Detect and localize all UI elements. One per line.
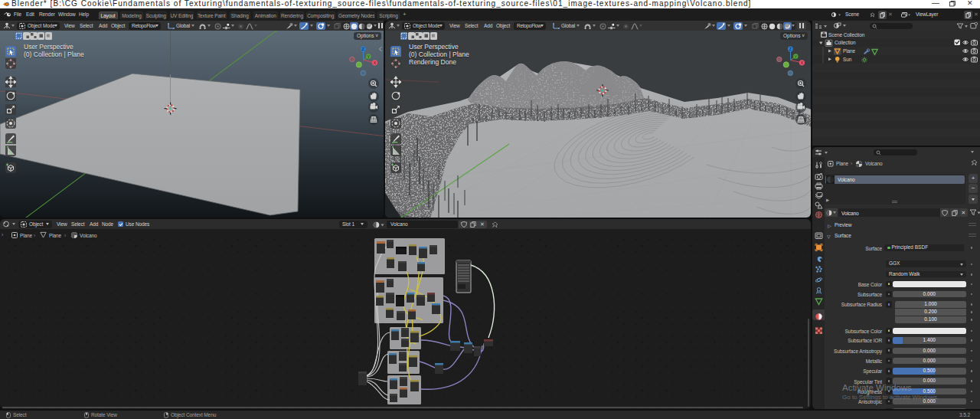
svg-text:X: X [374, 61, 377, 65]
svg-text:Y: Y [367, 54, 370, 59]
svg-text:X: X [801, 61, 804, 65]
svg-text:Y: Y [794, 54, 797, 59]
